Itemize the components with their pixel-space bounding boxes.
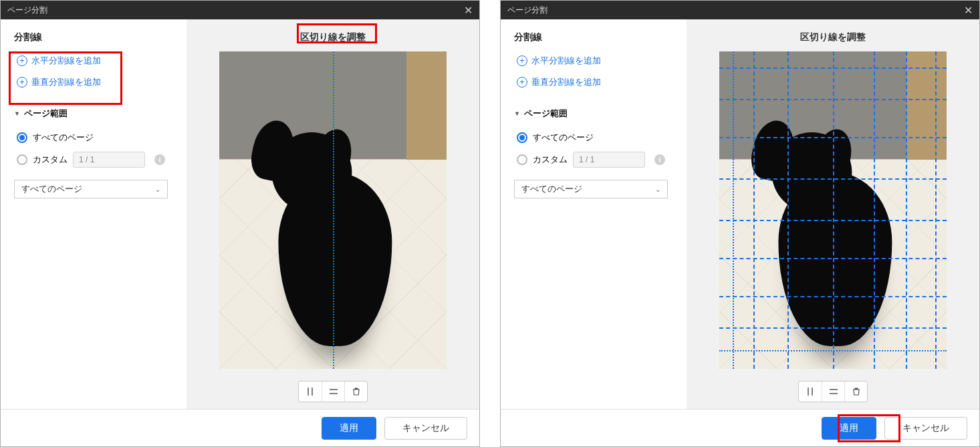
split-vertical-line[interactable] — [333, 51, 334, 369]
custom-page-input[interactable] — [573, 152, 645, 168]
page-split-dialog-left: ページ分割 ✕ 分割線 + 水平分割線を追加 + 垂直分割線を追加 ▼ ページ範… — [0, 0, 480, 447]
radio-icon-checked — [17, 132, 27, 143]
split-horizontal-line[interactable] — [719, 296, 947, 297]
tool-strip — [298, 381, 368, 402]
apply-label: 適用 — [340, 422, 358, 434]
tool-delete[interactable] — [344, 382, 367, 402]
dialog-body: 分割線 + 水平分割線を追加 + 垂直分割線を追加 ▼ ページ範囲 すべてのペー… — [501, 19, 979, 409]
page-range-title: ページ範囲 — [524, 108, 568, 120]
page-split-dialog-right: ページ分割 ✕ 分割線 + 水平分割線を追加 + 垂直分割線を追加 ▼ ページ範… — [500, 0, 980, 447]
preview-canvas[interactable] — [719, 51, 947, 369]
add-vertical-line[interactable]: + 垂直分割線を追加 — [14, 71, 173, 93]
preview-title: 区切り線を調整 — [295, 30, 371, 45]
split-horizontal-line[interactable] — [719, 137, 947, 138]
radio-custom[interactable]: カスタム i — [514, 148, 673, 172]
sidebar: 分割線 + 水平分割線を追加 + 垂直分割線を追加 ▼ ページ範囲 すべてのペー… — [501, 19, 687, 409]
split-horizontal-line[interactable] — [719, 258, 947, 259]
chevron-down-icon: ⌄ — [655, 186, 660, 193]
cancel-button[interactable]: キャンセル — [884, 417, 967, 440]
custom-page-input[interactable] — [73, 152, 145, 168]
radio-icon-unchecked — [17, 154, 27, 165]
plus-icon: + — [517, 55, 527, 66]
all-pages-label: すべてのページ — [33, 132, 94, 144]
page-range-title: ページ範囲 — [24, 108, 68, 120]
split-horizontal-line[interactable] — [719, 220, 947, 221]
all-pages-label: すべてのページ — [533, 132, 594, 144]
caret-down-icon: ▼ — [514, 110, 520, 117]
radio-icon-checked — [517, 132, 527, 143]
titlebar: ページ分割 ✕ — [1, 1, 479, 19]
tool-strip — [798, 381, 868, 402]
tool-vertical-lines[interactable] — [799, 382, 822, 402]
radio-all-pages[interactable]: すべてのページ — [14, 128, 173, 148]
preview-pane: 区切り線を調整 — [687, 19, 979, 409]
split-horizontal-line[interactable] — [719, 99, 947, 100]
close-icon[interactable]: ✕ — [464, 4, 473, 17]
plus-icon: + — [17, 77, 27, 88]
split-lines-heading: 分割線 — [14, 31, 173, 43]
sidebar: 分割線 + 水平分割線を追加 + 垂直分割線を追加 ▼ ページ範囲 すべてのペー… — [1, 19, 187, 409]
tool-horizontal-lines[interactable] — [822, 382, 844, 402]
cancel-label: キャンセル — [402, 422, 449, 434]
radio-icon-unchecked — [517, 154, 527, 165]
chevron-down-icon: ⌄ — [155, 186, 160, 193]
split-horizontal-line[interactable] — [719, 67, 947, 69]
preview-title: 区切り線を調整 — [795, 30, 871, 45]
cancel-label: キャンセル — [902, 422, 949, 434]
page-range-toggle[interactable]: ▼ ページ範囲 — [514, 108, 673, 120]
radio-custom[interactable]: カスタム i — [14, 148, 173, 172]
dropdown-value: すべてのページ — [21, 183, 82, 195]
apply-button[interactable]: 適用 — [322, 417, 376, 440]
tool-delete[interactable] — [844, 382, 867, 402]
dropdown-value: すべてのページ — [521, 183, 582, 195]
tool-horizontal-lines[interactable] — [322, 382, 344, 402]
add-horizontal-label: 水平分割線を追加 — [31, 55, 101, 67]
add-vertical-label: 垂直分割線を追加 — [531, 76, 601, 88]
add-horizontal-line[interactable]: + 水平分割線を追加 — [514, 50, 673, 71]
custom-label: カスタム — [533, 154, 568, 166]
page-scope-dropdown[interactable]: すべてのページ ⌄ — [14, 180, 168, 198]
info-icon[interactable]: i — [654, 154, 665, 165]
caret-down-icon: ▼ — [14, 110, 20, 117]
page-range-section: ▼ ページ範囲 すべてのページ カスタム i すべてのページ ⌄ — [14, 108, 173, 198]
split-horizontal-line[interactable] — [719, 178, 947, 180]
custom-label: カスタム — [33, 154, 68, 166]
tool-vertical-lines[interactable] — [299, 382, 322, 402]
preview-pane: 区切り線を調整 — [187, 19, 479, 409]
radio-all-pages[interactable]: すべてのページ — [514, 128, 673, 148]
titlebar: ページ分割 ✕ — [501, 1, 979, 19]
page-range-toggle[interactable]: ▼ ページ範囲 — [14, 108, 173, 120]
dialog-footer: 適用 キャンセル — [1, 409, 479, 446]
dialog-title: ページ分割 — [7, 5, 47, 16]
page-range-section: ▼ ページ範囲 すべてのページ カスタム i すべてのページ ⌄ — [514, 108, 673, 198]
add-horizontal-line[interactable]: + 水平分割線を追加 — [14, 50, 173, 71]
cancel-button[interactable]: キャンセル — [384, 417, 467, 440]
page-scope-dropdown[interactable]: すべてのページ ⌄ — [514, 180, 668, 198]
add-vertical-label: 垂直分割線を追加 — [31, 76, 101, 88]
plus-icon: + — [517, 77, 527, 88]
add-vertical-line[interactable]: + 垂直分割線を追加 — [514, 71, 673, 93]
info-icon[interactable]: i — [154, 154, 165, 165]
preview-canvas[interactable] — [219, 51, 447, 369]
split-horizontal-line[interactable] — [719, 350, 947, 351]
apply-button[interactable]: 適用 — [822, 417, 876, 440]
split-lines-heading: 分割線 — [514, 31, 673, 43]
dialog-footer: 適用 キャンセル — [501, 409, 979, 446]
split-horizontal-line[interactable] — [719, 327, 947, 329]
add-horizontal-label: 水平分割線を追加 — [531, 55, 601, 67]
close-icon[interactable]: ✕ — [964, 4, 973, 17]
apply-label: 適用 — [840, 422, 858, 434]
photo-wood — [406, 51, 447, 166]
dialog-title: ページ分割 — [507, 5, 547, 16]
plus-icon: + — [17, 55, 27, 66]
dialog-body: 分割線 + 水平分割線を追加 + 垂直分割線を追加 ▼ ページ範囲 すべてのペー… — [1, 19, 479, 409]
